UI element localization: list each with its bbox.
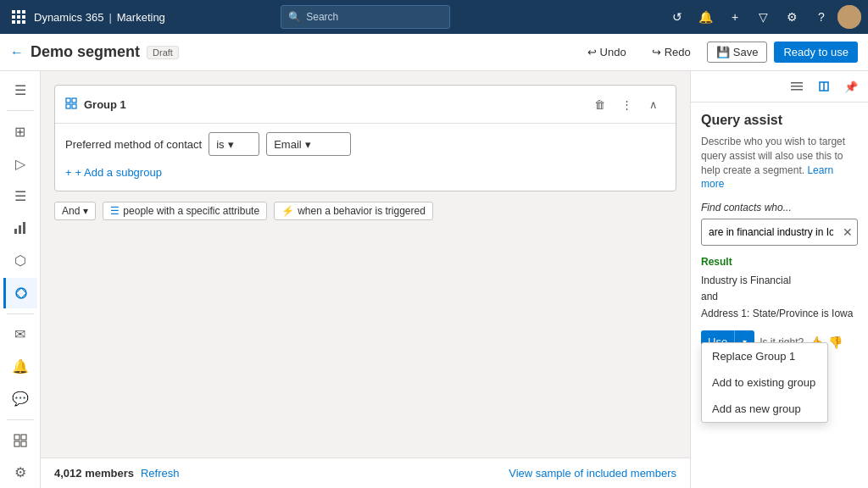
dropdown-add-new[interactable]: Add as new group <box>702 396 827 422</box>
query-assist-desc: Describe who you wish to target query as… <box>701 135 858 191</box>
result-line-2: and <box>701 291 718 302</box>
plus-icon[interactable]: + <box>722 4 748 30</box>
save-button[interactable]: 💾 Save <box>707 42 768 63</box>
panel-list-icon[interactable] <box>785 75 809 98</box>
sidebar-divider-1 <box>7 110 34 111</box>
group-title: Group 1 <box>84 98 581 111</box>
brand: Dynamics 365 | Marketing <box>34 11 165 24</box>
search-icon: 🔍 <box>288 11 301 23</box>
condition-val-select[interactable]: Email ▾ <box>266 132 351 156</box>
back-button[interactable]: ← <box>10 45 24 60</box>
svg-rect-7 <box>17 20 20 24</box>
dropdown-replace-group[interactable]: Replace Group 1 <box>702 343 827 369</box>
redo-label: Redo <box>665 46 691 58</box>
refresh-link[interactable]: Refresh <box>141 467 180 480</box>
sidebar-item-menu[interactable]: ☰ <box>3 75 37 105</box>
add-subgroup-label: + Add a subgroup <box>75 166 162 179</box>
filter-icon[interactable]: ▽ <box>751 4 776 30</box>
result-text: Industry is Financial and Address 1: Sta… <box>701 273 858 322</box>
group-delete-button[interactable]: 🗑 <box>587 92 611 116</box>
svg-rect-5 <box>22 15 25 19</box>
undo-icon: ↩ <box>587 46 597 58</box>
dropdown-add-existing[interactable]: Add to existing group <box>702 369 827 396</box>
help-icon[interactable]: ? <box>809 4 834 30</box>
svg-rect-0 <box>12 10 15 14</box>
sidebar-item-email[interactable]: ✉ <box>3 319 37 350</box>
condition-op-select[interactable]: is ▾ <box>209 132 259 156</box>
sidebar-divider-3 <box>7 419 34 420</box>
sidebar-item-play[interactable]: ▷ <box>3 148 37 179</box>
svg-rect-16 <box>21 441 26 446</box>
svg-rect-10 <box>19 225 21 234</box>
result-label: Result <box>701 256 858 268</box>
behavior-chip[interactable]: ⚡ when a behavior is triggered <box>274 202 433 220</box>
sidebar-divider-2 <box>7 313 34 314</box>
group-more-button[interactable]: ⋮ <box>615 92 638 116</box>
brand-name: Dynamics 365 <box>34 11 103 24</box>
ready-label: Ready to use <box>783 46 849 58</box>
sidebar-item-hexagon[interactable]: ⬡ <box>3 245 37 275</box>
query-input-wrap: ✕ <box>701 219 858 246</box>
sidebar-item-chart[interactable] <box>3 213 37 243</box>
svg-rect-15 <box>14 441 19 446</box>
segment-editor: Group 1 🗑 ⋮ ∧ Preferred method of contac… <box>41 71 690 458</box>
query-panel-toolbar: 📌 <box>691 71 868 103</box>
result-line-3: Address 1: State/Province is Iowa <box>701 308 853 319</box>
settings-icon[interactable]: ⚙ <box>780 4 805 30</box>
undo-button[interactable]: ↩ Undo <box>578 42 636 63</box>
grid-icon[interactable] <box>7 10 31 24</box>
sidebar-item-segments[interactable] <box>3 278 37 308</box>
redo-icon: ↪ <box>652 46 661 58</box>
draft-badge: Draft <box>147 46 179 59</box>
and-chip[interactable]: And ▾ <box>54 202 96 220</box>
result-line-1: Industry is Financial <box>701 274 791 286</box>
plus-icon-subgroup: + <box>65 166 72 179</box>
redo-button[interactable]: ↪ Redo <box>643 42 700 63</box>
left-sidebar: ☰ ⊞ ▷ ☰ ⬡ ✉ 🔔 💬 <box>0 71 41 488</box>
status-bar: 4,012 members Refresh View sample of inc… <box>41 458 690 488</box>
svg-rect-8 <box>22 20 25 24</box>
svg-rect-18 <box>72 98 76 103</box>
sidebar-item-alert[interactable]: 🔔 <box>3 352 37 382</box>
nav-right: ↺ 🔔 + ▽ ⚙ ? <box>665 4 861 30</box>
condition-val: Email <box>274 138 302 151</box>
main-content: ☰ ⊞ ▷ ☰ ⬡ ✉ 🔔 💬 <box>0 71 868 488</box>
sidebar-item-table[interactable] <box>3 425 37 456</box>
view-sample-link[interactable]: View sample of included members <box>509 467 676 480</box>
chevron-down-icon: ▾ <box>228 138 234 151</box>
bell-icon[interactable]: 🔔 <box>693 4 719 30</box>
sidebar-item-list[interactable]: ☰ <box>3 180 37 211</box>
find-contacts-label: Find contacts who... <box>701 202 858 214</box>
sidebar-item-home[interactable]: ⊞ <box>3 116 37 147</box>
undo-label: Undo <box>600 46 626 58</box>
condition-row: Preferred method of contact is ▾ Email ▾ <box>65 132 665 156</box>
panel-expand-icon[interactable] <box>812 75 836 98</box>
query-input[interactable] <box>701 219 858 246</box>
behavior-icon: ⚡ <box>281 205 294 217</box>
search-bar[interactable]: 🔍 Search <box>281 5 450 29</box>
svg-rect-17 <box>66 98 70 103</box>
save-icon: 💾 <box>716 46 730 58</box>
svg-rect-14 <box>21 435 26 440</box>
query-assist-title: Query assist <box>701 113 858 128</box>
group-1-box: Group 1 🗑 ⋮ ∧ Preferred method of contac… <box>54 85 676 191</box>
svg-rect-23 <box>791 89 803 91</box>
ready-to-use-button[interactable]: Ready to use <box>774 42 858 63</box>
svg-rect-9 <box>14 229 17 234</box>
group-header: Group 1 🗑 ⋮ ∧ <box>55 86 676 124</box>
thumbs-down-icon[interactable]: 👎 <box>828 336 843 349</box>
refresh-icon[interactable]: ↺ <box>665 4 690 30</box>
svg-rect-2 <box>22 10 25 14</box>
svg-rect-6 <box>12 20 15 24</box>
panel-pin-icon[interactable]: 📌 <box>839 75 863 98</box>
sidebar-item-chat[interactable]: 💬 <box>3 384 37 414</box>
avatar[interactable] <box>837 5 861 29</box>
group-collapse-button[interactable]: ∧ <box>642 92 665 116</box>
sidebar-item-settings-bottom[interactable]: ⚙ <box>3 458 37 488</box>
add-subgroup-button[interactable]: + + Add a subgroup <box>65 163 665 182</box>
attribute-icon: ☰ <box>110 205 120 217</box>
clear-input-icon[interactable]: ✕ <box>843 225 853 239</box>
svg-rect-20 <box>72 104 76 108</box>
attribute-chip[interactable]: ☰ people with a specific attribute <box>103 202 267 220</box>
page-toolbar: ← Demo segment Draft ↩ Undo ↪ Redo 💾 Sav… <box>0 34 868 71</box>
